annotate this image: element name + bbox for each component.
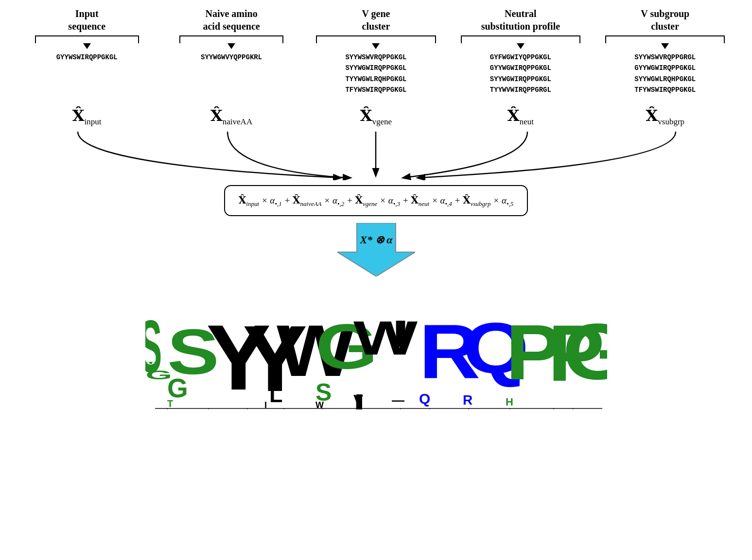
svg-text:I: I	[264, 400, 267, 409]
var-vsubgrp: X̂vsubgrp	[646, 106, 684, 127]
svg-text:H: H	[506, 396, 513, 408]
column-naive-aa: Naive amino acid sequence SYYWGWVYQPPGKR…	[166, 7, 297, 96]
bracket-vsubgrp	[605, 35, 725, 43]
svg-text:—: —	[392, 393, 404, 407]
svg-text:X* ⊗ α: X* ⊗ α	[359, 234, 393, 246]
svg-marker-1	[337, 223, 415, 276]
svg-text:T: T	[145, 361, 157, 365]
seq-list-input: GYYWSWIRQPPGKGL	[56, 52, 118, 63]
var-col-neut: X̂neut	[455, 106, 586, 127]
seq-list-vsubgrp: SYYWSWVRQPPGRGL GYYWGWIRQPPGKGL SYYWGWLR…	[634, 52, 696, 96]
column-neutral: Neutral substitution profile GYFWGWIYQPP…	[455, 7, 586, 96]
svg-text:Q: Q	[419, 390, 430, 407]
var-neut: X̂neut	[507, 106, 534, 127]
seq-list-vgene: SYYWSWVRQPPGKGL SYYWGWIRQPPGKGL TYYWGWLR…	[345, 52, 406, 96]
sequence-logo-svg: S G T S G T Y Y	[145, 278, 607, 409]
col-header-vgene: V gene cluster	[362, 7, 390, 33]
formula-section: X̂input × α•,1 + X̂naiveAA × α•,2 + X̂vg…	[0, 185, 752, 216]
column-vsubgrp: V subgroup cluster SYYWSWVRQPPGRGL GYYWG…	[600, 7, 730, 96]
var-col-naive: X̂naiveAA	[166, 106, 297, 127]
var-naive: X̂naiveAA	[210, 106, 252, 127]
column-input-seq: Input sequence GYYWSWIRQPPGKGL	[22, 7, 152, 96]
bracket-input	[35, 35, 139, 43]
col-header-input: Input sequence	[68, 7, 105, 33]
col-header-naive: Naive amino acid sequence	[203, 7, 260, 33]
var-col-vsubgrp: X̂vsubgrp	[600, 106, 730, 127]
bracket-vgene	[316, 35, 436, 43]
formula-box: X̂input × α•,1 + X̂naiveAA × α•,2 + X̂vg…	[224, 185, 528, 216]
top-section: Input sequence GYYWSWIRQPPGKGL Naive ami…	[0, 2, 752, 96]
blue-arrow-svg: X* ⊗ α	[337, 223, 415, 276]
var-col-vgene: X̂vgene	[311, 106, 441, 127]
logo-section: S G T S G T Y Y	[0, 278, 752, 409]
svg-text:I: I	[392, 313, 409, 355]
col-header-vsubgrp: V subgroup cluster	[641, 7, 689, 33]
svg-text:W: W	[315, 400, 324, 409]
bracket-neutral	[461, 35, 580, 43]
svg-text:G: G	[562, 307, 607, 396]
svg-text:T: T	[167, 398, 173, 409]
big-arrow-section: X* ⊗ α	[337, 223, 415, 276]
svg-text:R: R	[463, 392, 472, 407]
sequence-logo: S G T S G T Y Y	[145, 278, 607, 409]
col-header-neutral: Neutral substitution profile	[481, 7, 560, 33]
variables-section: X̂input X̂naiveAA X̂vgene X̂neut X̂vsubg…	[0, 106, 752, 127]
var-input: X̂input	[72, 106, 102, 127]
bracket-naive	[179, 35, 283, 43]
var-vgene: X̂vgene	[360, 106, 392, 127]
seq-list-neutral: GYFWGWIYQPPGKGL GYYWGWIRQPPGKGL SYYWGWIR…	[490, 52, 551, 96]
big-blue-arrow: X* ⊗ α	[337, 223, 415, 276]
seq-list-naive: SYYWGWVYQPPGKRL	[201, 52, 262, 63]
svg-text:L: L	[269, 382, 283, 407]
diagram-container: Input sequence GYYWSWIRQPPGKGL Naive ami…	[0, 0, 752, 560]
column-vgene: V gene cluster SYYWSWVRQPPGKGL SYYWGWIRQ…	[311, 7, 441, 96]
arrows-section	[0, 127, 752, 180]
var-col-input: X̂input	[22, 106, 152, 127]
svg-text:V: V	[353, 391, 363, 407]
arrows-svg	[0, 127, 752, 180]
